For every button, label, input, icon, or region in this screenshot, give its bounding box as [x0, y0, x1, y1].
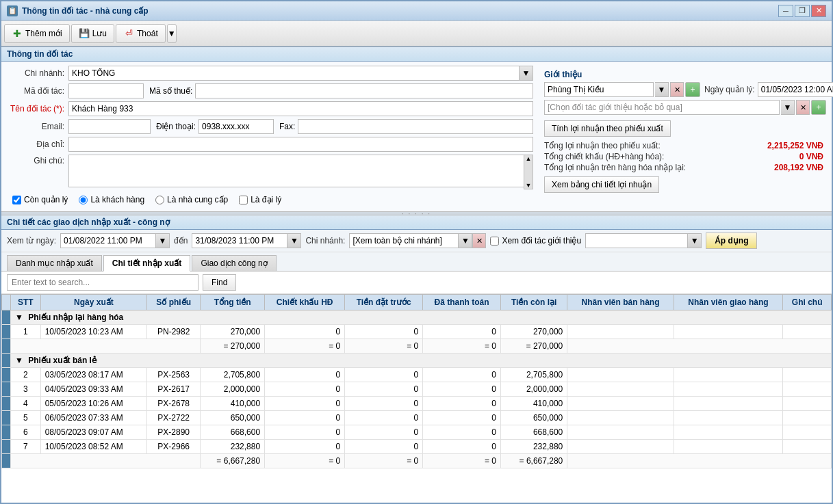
chi-nhanh-dropdown-btn[interactable]: ▼: [520, 66, 533, 81]
chon-doi-tac-clear[interactable]: ✕: [796, 100, 810, 115]
table-row[interactable]: 7 10/05/2023 08:52 AM PX-2966 232,880 0 …: [2, 440, 832, 454]
subtotal-row-xuat-ban-le: = 6,667,280 = 0 = 0 = 0 = 6,667,280: [2, 454, 832, 468]
den-input[interactable]: [192, 233, 287, 248]
xem-tu-ngay-input[interactable]: [60, 233, 156, 248]
row-selector: [2, 325, 11, 339]
dien-thoai-input[interactable]: [198, 119, 274, 134]
chiet-khau-label: Tổng chiết khấu (HĐ+hàng hóa):: [544, 152, 664, 161]
chon-doi-tac-dropdown[interactable]: ▼: [781, 100, 795, 115]
subtotal-selector: [2, 339, 11, 354]
chi-nhanh-filter-dropdown[interactable]: ▼: [459, 233, 472, 248]
la-nha-cung-cap-radio[interactable]: Là nhà cung cấp: [155, 195, 228, 204]
xem-tu-ngay-dropdown[interactable]: ▼: [156, 233, 170, 248]
xem-doi-tac-input[interactable]: [585, 233, 688, 248]
col-tien-dat-truoc: Tiền đặt trước: [345, 295, 423, 310]
table-row[interactable]: 5 06/05/2023 07:33 AM PX-2722 650,000 0 …: [2, 411, 832, 425]
xem-tu-ngay-label: Xem từ ngày:: [7, 236, 56, 246]
chon-doi-tac-input[interactable]: [544, 100, 780, 115]
col-da-thanh-toan: Đã thanh toán: [423, 295, 501, 310]
cell-tien-dat-truoc: 0: [345, 325, 423, 339]
fax-input[interactable]: [298, 119, 533, 134]
checkbox-row: Còn quản lý Là khách hàng Là nhà cung cấ…: [7, 192, 533, 207]
them-moi-button[interactable]: ✚ Thêm mới: [4, 24, 70, 43]
restore-button[interactable]: ❐: [795, 5, 810, 17]
scroll-down[interactable]: ▼: [524, 182, 533, 189]
search-input[interactable]: [7, 274, 198, 291]
left-col: Chi nhánh: KHO TỔNG ▼ Mã đối tác: Mã số …: [7, 66, 533, 207]
nguoi-gioi-thieu-input[interactable]: [544, 82, 654, 97]
cell-ttt: 0: [423, 368, 501, 382]
window-icon: 📋: [7, 5, 18, 16]
group-row-xuat-ban-le[interactable]: ▼ Phiếu xuất bán lẻ: [2, 354, 832, 368]
expand-icon-nhap-lai[interactable]: ▼: [15, 313, 23, 322]
group-selector2: [2, 354, 11, 368]
ngay-quan-ly-wrapper: Ngày quản lý: ▼: [704, 82, 833, 97]
ghi-chu-textarea[interactable]: [68, 155, 533, 187]
xem-bang-button[interactable]: Xem bảng chi tiết lợi nhuận: [544, 176, 659, 193]
main-window: 📋 Thông tin đối tác - nhà cung cấp ─ ❐ ✕…: [0, 0, 833, 504]
table-row[interactable]: 1 10/05/2023 10:23 AM PN-2982 270,000 0 …: [2, 325, 832, 339]
tab-chi-tiet[interactable]: Chi tiết nhập xuất: [103, 255, 191, 271]
thoat-button[interactable]: ⏎ Thoát: [116, 24, 166, 43]
la-khach-hang-radio[interactable]: Là khách hàng: [79, 195, 144, 204]
email-input[interactable]: [68, 119, 151, 134]
row-sel: [2, 440, 11, 454]
gioi-thieu-section: Giới thiệu ▼ ✕ + Ngày quản lý: ▼: [539, 66, 826, 197]
ngay-quan-ly-input[interactable]: [758, 82, 833, 97]
table-row[interactable]: 4 05/05/2023 10:26 AM PX-2678 410,000 0 …: [2, 397, 832, 411]
group-row-nhap-lai[interactable]: ▼ Phiếu nhập lại hàng hóa: [2, 310, 832, 325]
subtotal-sel: [2, 454, 11, 468]
group-label-nhap-lai: ▼ Phiếu nhập lại hàng hóa: [11, 310, 832, 325]
dia-chi-input[interactable]: [68, 137, 533, 152]
la-dai-ly-checkbox[interactable]: Là đại lý: [239, 195, 281, 204]
save-icon: 💾: [79, 28, 90, 39]
xem-doi-tac-dropdown[interactable]: ▼: [688, 233, 702, 248]
con-quan-ly-checkbox[interactable]: Còn quản lý: [12, 195, 68, 204]
loi-nhuan-section: Tính lợi nhuận theo phiếu xuất Tổng lợi …: [544, 120, 826, 193]
table-container[interactable]: STT Ngày xuất Số phiếu Tổng tiền Chiết k…: [1, 294, 832, 503]
subtotal-chiet-khau: = 0: [265, 339, 345, 354]
exit-icon: ⏎: [123, 28, 134, 39]
toolbar-dropdown-arrow[interactable]: ▼: [167, 24, 177, 43]
chi-nhanh-input[interactable]: KHO TỔNG: [68, 66, 520, 81]
close-button[interactable]: ✕: [811, 5, 826, 17]
ghi-chu-label: Ghi chú:: [7, 155, 68, 165]
col-ngay-xuat: Ngày xuất: [40, 295, 147, 310]
chi-nhanh-label: Chi nhánh:: [7, 68, 68, 78]
subtotal-row-nhap-lai: = 270,000 = 0 = 0 = 0 = 270,000: [2, 339, 832, 354]
ma-doi-tac-input[interactable]: [68, 83, 144, 98]
ten-doi-tac-input[interactable]: Khách Hàng 933: [68, 101, 533, 116]
toolbar: ✚ Thêm mới 💾 Lưu ⏎ Thoát ▼: [1, 21, 832, 47]
table-row[interactable]: 6 08/05/2023 09:07 AM PX-2890 668,600 0 …: [2, 425, 832, 440]
scrollbar[interactable]: ▲ ▼: [524, 155, 533, 189]
chi-nhanh-filter-input[interactable]: [349, 233, 459, 248]
xem-doi-tac-checkbox[interactable]: Xem đối tác giới thiệu: [490, 236, 581, 246]
tong-loi-nhuan-row: Tổng lợi nhuận theo phiếu xuất: 2,215,25…: [544, 141, 826, 150]
den-dropdown[interactable]: ▼: [287, 233, 301, 248]
tong-loi-nhuan-label: Tổng lợi nhuận theo phiếu xuất:: [544, 141, 661, 150]
gioi-thieu-row2: ▼ ✕ +: [544, 100, 826, 115]
cell-ghi-chu: [783, 325, 832, 339]
nguoi-gioi-thieu-dropdown[interactable]: ▼: [655, 82, 669, 97]
expand-icon-xuat-ban-le[interactable]: ▼: [15, 356, 23, 365]
ap-dung-button[interactable]: Áp dụng: [706, 233, 757, 249]
table-row[interactable]: 2 03/05/2023 08:17 AM PX-2563 2,705,800 …: [2, 368, 832, 382]
chi-nhanh-combo[interactable]: KHO TỔNG ▼: [68, 66, 533, 81]
chon-doi-tac-add[interactable]: +: [811, 100, 826, 115]
tab-giao-dich[interactable]: Giao dịch công nợ: [192, 255, 276, 271]
find-button[interactable]: Find: [203, 274, 236, 291]
tab-danh-muc[interactable]: Danh mục nhập xuất: [7, 255, 102, 271]
minimize-button[interactable]: ─: [778, 5, 793, 17]
nguoi-gioi-thieu-add[interactable]: +: [685, 82, 700, 97]
row-sel: [2, 382, 11, 397]
cell-tcl: 2,705,800: [501, 368, 567, 382]
table-row[interactable]: 3 04/05/2023 09:33 AM PX-2617 2,000,000 …: [2, 382, 832, 397]
ma-so-thue-input[interactable]: [195, 83, 533, 98]
nguoi-gioi-thieu-clear[interactable]: ✕: [670, 82, 684, 97]
tinh-loi-nhuan-button[interactable]: Tính lợi nhuận theo phiếu xuất: [544, 120, 671, 137]
col-so-phieu: Số phiếu: [147, 295, 201, 310]
luu-button[interactable]: 💾 Lưu: [71, 24, 114, 43]
chi-nhanh-filter-clear[interactable]: ✕: [472, 233, 486, 248]
scroll-up[interactable]: ▲: [524, 155, 533, 162]
chiet-khau-value: 0 VNĐ: [799, 152, 823, 161]
